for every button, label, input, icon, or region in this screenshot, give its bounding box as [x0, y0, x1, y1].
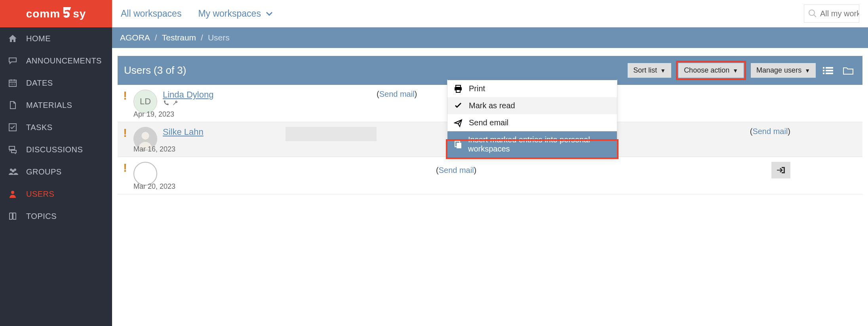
sidebar-item-discussions[interactable]: DISCUSSIONS: [0, 138, 112, 161]
svg-rect-17: [823, 73, 824, 74]
send-mail: (Send mail): [750, 127, 790, 136]
sidebar-label: USERS: [26, 190, 54, 199]
print-icon: [454, 84, 463, 93]
breadcrumb-root[interactable]: AGORA: [120, 33, 150, 42]
svg-line-2: [814, 15, 816, 17]
breadcrumb-room[interactable]: Testraum: [162, 33, 196, 42]
search-input-wrapper[interactable]: [804, 4, 859, 23]
checkmark-icon: [454, 102, 463, 110]
dropdown-print[interactable]: Print: [447, 80, 617, 97]
sidebar-label: HOME: [26, 34, 51, 43]
panel-header: Users (3 of 3) Sort list ▼ Choose action…: [118, 56, 862, 85]
manage-users-label: Manage users: [756, 66, 801, 75]
sidebar-item-users[interactable]: USERS: [0, 183, 112, 205]
sidebar: HOME ANNOUNCEMENTS DATES MATERIALS TASKS…: [0, 27, 112, 326]
sidebar-label: ANNOUNCEMENTS: [26, 56, 102, 65]
sidebar-label: GROUPS: [26, 167, 62, 176]
send-mail: (Send mail): [377, 90, 417, 99]
logo-5-icon: [61, 7, 72, 21]
breadcrumb-sep: /: [155, 33, 157, 42]
svg-rect-21: [456, 85, 461, 87]
svg-point-28: [141, 132, 149, 140]
user-icon: [8, 189, 20, 199]
send-mail-link[interactable]: Send mail: [752, 127, 788, 136]
send-mail-link[interactable]: Send mail: [439, 166, 474, 175]
choose-action-label: Choose action: [684, 66, 729, 75]
choose-action-highlight: Choose action ▼: [676, 61, 746, 80]
manage-users-button[interactable]: Manage users ▼: [751, 63, 816, 78]
dropdown-label: Send email: [469, 118, 508, 127]
svg-rect-26: [457, 143, 461, 148]
sort-list-button[interactable]: Sort list ▼: [628, 63, 671, 78]
sidebar-label: TOPICS: [26, 212, 57, 221]
choose-action-dropdown: Print Mark as read Send email Inser: [447, 79, 617, 158]
sort-list-label: Sort list: [633, 66, 657, 75]
svg-rect-18: [826, 67, 833, 69]
svg-point-13: [12, 170, 15, 173]
svg-point-14: [11, 191, 14, 194]
svg-rect-15: [823, 67, 824, 69]
sidebar-item-materials[interactable]: MATERIALS: [0, 94, 112, 116]
breadcrumb-leaf: Users: [208, 33, 230, 42]
file-icon: [8, 100, 20, 110]
user-date: Mar 20, 2023: [133, 182, 858, 191]
attention-icon: !: [122, 90, 128, 102]
dropdown-mark-read[interactable]: Mark as read: [447, 97, 617, 114]
user-email-redacted: [286, 127, 377, 141]
sidebar-item-dates[interactable]: DATES: [0, 72, 112, 94]
caret-down-icon: ▼: [660, 67, 666, 74]
choose-action-button[interactable]: Choose action ▼: [678, 63, 744, 78]
svg-rect-23: [456, 90, 460, 92]
sidebar-item-groups[interactable]: GROUPS: [0, 161, 112, 183]
dropdown-label: Insert marked entries into personal work…: [468, 135, 611, 153]
sidebar-item-tasks[interactable]: TASKS: [0, 116, 112, 138]
calendar-icon: [8, 78, 20, 88]
groups-icon: [8, 167, 20, 176]
avatar: LD: [133, 90, 157, 113]
sidebar-item-announcements[interactable]: ANNOUNCEMENTS: [0, 50, 112, 72]
nav-my-workspaces-label: My workspaces: [198, 8, 261, 19]
send-icon: [454, 119, 463, 127]
user-name-link[interactable]: Silke Lahn: [163, 127, 204, 137]
avatar: [133, 162, 157, 186]
folder-icon[interactable]: [840, 65, 856, 77]
search-icon: [808, 9, 817, 18]
dropdown-label: Print: [469, 84, 485, 93]
send-mail-link[interactable]: Send mail: [379, 90, 415, 98]
sidebar-label: DATES: [26, 79, 53, 88]
discussion-icon: [8, 145, 20, 154]
phone-icon: [163, 100, 169, 106]
svg-rect-19: [826, 70, 833, 71]
caret-down-icon: ▼: [805, 67, 810, 74]
brand-logo[interactable]: comm sy: [0, 0, 112, 27]
sidebar-item-home[interactable]: HOME: [0, 27, 112, 50]
caret-down-icon: ▼: [733, 67, 738, 74]
attention-icon: !: [122, 162, 128, 174]
sidebar-label: DISCUSSIONS: [26, 145, 83, 154]
list-view-icon[interactable]: [820, 65, 836, 77]
user-name-link[interactable]: Linda Dylong: [163, 90, 213, 100]
dropdown-insert-marked[interactable]: Insert marked entries into personal work…: [447, 131, 617, 157]
svg-point-1: [809, 10, 815, 15]
home-icon: [8, 34, 20, 43]
send-mail: (Send mail): [436, 166, 476, 175]
login-icon: [776, 166, 786, 174]
dropdown-label: Mark as read: [469, 101, 515, 110]
wrench-icon: [172, 100, 179, 106]
dropdown-send-email[interactable]: Send email: [447, 114, 617, 131]
chevron-down-icon: [266, 8, 273, 19]
search-input[interactable]: [820, 9, 859, 18]
copy-icon: [454, 140, 463, 149]
speech-icon: [8, 56, 20, 65]
svg-rect-20: [826, 73, 833, 74]
check-icon: [8, 123, 20, 132]
svg-rect-16: [823, 70, 824, 71]
sidebar-label: MATERIALS: [26, 101, 72, 110]
breadcrumb: AGORA / Testraum / Users: [112, 27, 868, 48]
sidebar-item-topics[interactable]: TOPICS: [0, 205, 112, 227]
nav-all-workspaces[interactable]: All workspaces: [121, 8, 181, 19]
enter-workspace-button[interactable]: [771, 162, 790, 178]
nav-my-workspaces[interactable]: My workspaces: [198, 8, 273, 19]
panel-title: Users (3 of 3): [124, 64, 187, 77]
user-row[interactable]: ! (Send mail): [118, 157, 862, 194]
